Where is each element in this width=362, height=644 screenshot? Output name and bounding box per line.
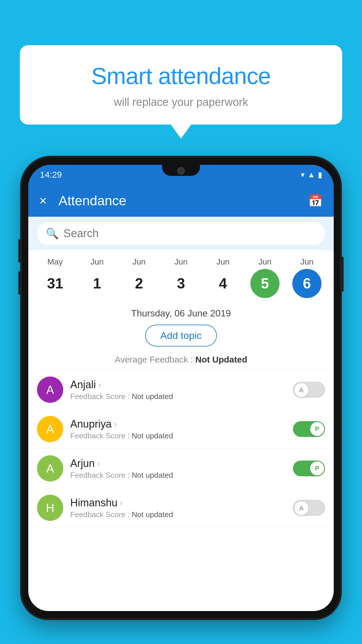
- search-container: 🔍: [28, 217, 334, 250]
- student-item-0[interactable]: AAnjali ›Feedback Score : Not updatedA: [28, 370, 334, 410]
- student-name: Himanshu ›: [70, 497, 286, 509]
- phone-outer: 14:29 ▾ ▲ ▮ × Attendance 📅 🔍: [22, 158, 340, 618]
- calendar-strip: May31Jun1Jun2Jun3Jun4Jun5Jun6: [28, 250, 334, 303]
- power-button[interactable]: [340, 257, 344, 292]
- calendar-month-label: Jun: [216, 257, 229, 267]
- calendar-day-5[interactable]: Jun5: [247, 257, 282, 298]
- avg-feedback-label: Average Feedback :: [115, 355, 195, 364]
- student-avatar: A: [37, 416, 63, 442]
- attendance-toggle[interactable]: P: [293, 461, 325, 476]
- phone-screen: 14:29 ▾ ▲ ▮ × Attendance 📅 🔍: [28, 165, 334, 611]
- student-item-1[interactable]: AAnupriya ›Feedback Score : Not updatedP: [28, 410, 334, 449]
- search-input-wrapper: 🔍: [37, 222, 325, 245]
- add-topic-button[interactable]: Add topic: [145, 325, 217, 346]
- student-avatar: H: [37, 495, 63, 521]
- calendar-month-label: Jun: [300, 257, 313, 267]
- phone-container: 14:29 ▾ ▲ ▮ × Attendance 📅 🔍: [22, 158, 340, 644]
- student-avatar: A: [37, 455, 63, 482]
- student-avatar: A: [37, 377, 63, 403]
- signal-icon: ▲: [307, 170, 315, 179]
- calendar-date-number[interactable]: 6: [292, 269, 321, 298]
- calendar-month-label: Jun: [132, 257, 145, 267]
- search-input[interactable]: [64, 227, 316, 240]
- status-time: 14:29: [40, 170, 62, 180]
- volume-up-button[interactable]: [18, 239, 22, 262]
- calendar-month-label: Jun: [174, 257, 187, 267]
- wifi-icon: ▾: [301, 170, 305, 179]
- attendance-toggle[interactable]: A: [293, 500, 325, 516]
- speech-bubble: Smart attendance will replace your paper…: [20, 45, 342, 125]
- toggle-knob: A: [294, 383, 308, 397]
- calendar-day-1[interactable]: Jun1: [80, 257, 115, 298]
- status-icons: ▾ ▲ ▮: [301, 170, 322, 179]
- toggle-knob: P: [310, 461, 324, 475]
- phone-notch: [162, 165, 200, 176]
- student-item-3[interactable]: HHimanshu ›Feedback Score : Not updatedA: [28, 488, 334, 528]
- student-info: Himanshu ›Feedback Score : Not updated: [70, 497, 286, 519]
- calendar-date-number[interactable]: 2: [124, 269, 154, 298]
- toggle-knob: P: [310, 422, 324, 436]
- student-info: Arjun ›Feedback Score : Not updated: [70, 457, 286, 480]
- front-camera: [177, 167, 185, 175]
- calendar-day-4[interactable]: Jun4: [205, 257, 240, 298]
- close-button[interactable]: ×: [39, 193, 47, 208]
- attendance-toggle[interactable]: P: [293, 421, 325, 437]
- calendar-date-number[interactable]: 3: [166, 269, 196, 298]
- add-topic-container: Add topic: [28, 319, 334, 352]
- avg-feedback: Average Feedback : Not Updated: [28, 352, 334, 370]
- student-list: AAnjali ›Feedback Score : Not updatedAAA…: [28, 370, 334, 528]
- calendar-date-number[interactable]: 4: [208, 269, 238, 298]
- avg-feedback-value: Not Updated: [195, 355, 247, 364]
- toggle-knob: A: [294, 501, 308, 515]
- student-info: Anjali ›Feedback Score : Not updated: [70, 379, 286, 401]
- student-feedback: Feedback Score : Not updated: [70, 471, 286, 480]
- calendar-day-2[interactable]: Jun2: [122, 257, 157, 298]
- calendar-date-number[interactable]: 31: [41, 269, 70, 298]
- battery-icon: ▮: [318, 170, 322, 179]
- calendar-date-number[interactable]: 1: [82, 269, 112, 298]
- selected-date-text: Thursday, 06 June 2019: [131, 308, 231, 318]
- student-name: Anupriya ›: [70, 418, 286, 430]
- calendar-month-label: May: [48, 257, 63, 267]
- calendar-date-number[interactable]: 5: [250, 269, 280, 298]
- student-feedback: Feedback Score : Not updated: [70, 431, 286, 440]
- calendar-day-6[interactable]: Jun6: [289, 257, 324, 298]
- date-info: Thursday, 06 June 2019: [28, 303, 334, 319]
- student-name: Arjun ›: [70, 457, 286, 470]
- app-bar-title: Attendance: [59, 193, 299, 209]
- search-icon: 🔍: [46, 228, 59, 240]
- calendar-month-label: Jun: [90, 257, 103, 267]
- student-feedback: Feedback Score : Not updated: [70, 510, 286, 519]
- volume-down-button[interactable]: [18, 271, 22, 295]
- speech-bubble-container: Smart attendance will replace your paper…: [20, 45, 342, 125]
- calendar-icon[interactable]: 📅: [308, 194, 323, 208]
- student-feedback: Feedback Score : Not updated: [70, 392, 286, 401]
- attendance-toggle[interactable]: A: [293, 382, 325, 398]
- app-bar: × Attendance 📅: [28, 185, 334, 217]
- speech-bubble-title: Smart attendance: [34, 63, 328, 90]
- student-name: Anjali ›: [70, 379, 286, 391]
- student-item-2[interactable]: AArjun ›Feedback Score : Not updatedP: [28, 449, 334, 488]
- speech-bubble-subtitle: will replace your paperwork: [34, 96, 328, 108]
- calendar-month-label: Jun: [258, 257, 271, 267]
- student-info: Anupriya ›Feedback Score : Not updated: [70, 418, 286, 440]
- calendar-day-0[interactable]: May31: [38, 257, 73, 298]
- calendar-day-3[interactable]: Jun3: [164, 257, 198, 298]
